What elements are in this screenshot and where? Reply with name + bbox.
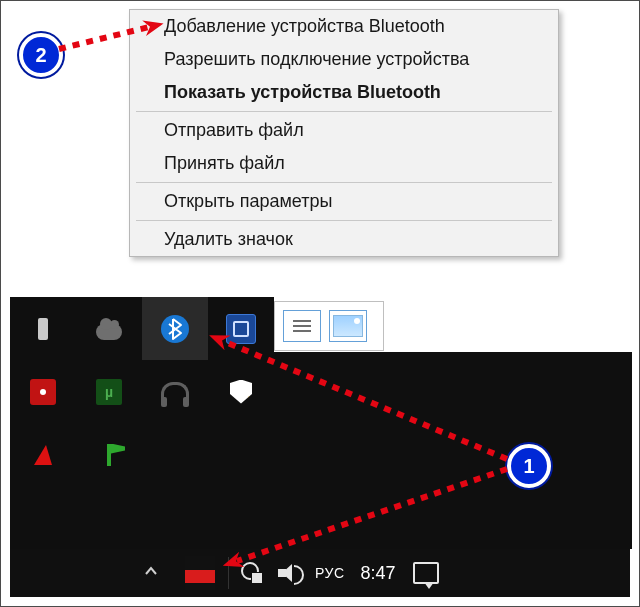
menu-separator: [136, 220, 552, 221]
tray-intel-icon[interactable]: [208, 297, 274, 360]
background-dark-area: [274, 352, 632, 549]
menu-separator: [136, 111, 552, 112]
taskbar-volume-icon[interactable]: [271, 549, 309, 597]
menu-add-bluetooth-device[interactable]: Добавление устройства Bluetooth: [130, 10, 558, 43]
menu-receive-file[interactable]: Принять файл: [130, 147, 558, 180]
annotation-badge-1: 1: [507, 444, 551, 488]
bluetooth-context-menu: Добавление устройства Bluetooth Разрешит…: [129, 9, 559, 257]
menu-open-settings[interactable]: Открыть параметры: [130, 185, 558, 218]
tray-camera-icon[interactable]: [10, 360, 76, 423]
tray-overflow-panel: µ: [10, 297, 274, 549]
tray-headphones-icon[interactable]: [142, 360, 208, 423]
window-thumb-image[interactable]: [329, 310, 367, 342]
tray-utorrent-icon[interactable]: µ: [76, 360, 142, 423]
menu-remove-icon[interactable]: Удалить значок: [130, 223, 558, 256]
window-preview-strip: [274, 301, 384, 351]
tray-onedrive-icon[interactable]: [76, 297, 142, 360]
taskbar-action-center-icon[interactable]: [406, 549, 446, 597]
taskbar-divider: [228, 557, 229, 589]
window-thumb-list[interactable]: [283, 310, 321, 342]
taskbar-language[interactable]: РУС: [309, 565, 351, 581]
taskbar: РУС 8:47: [10, 549, 630, 597]
tray-bluetooth-icon[interactable]: [142, 297, 208, 360]
tray-flag-icon[interactable]: [76, 423, 142, 486]
taskbar-app-button[interactable]: [176, 549, 224, 597]
menu-show-bluetooth-devices[interactable]: Показать устройства Bluetooth: [130, 76, 558, 109]
menu-separator: [136, 182, 552, 183]
tray-defender-icon[interactable]: [208, 360, 274, 423]
taskbar-clock[interactable]: 8:47: [351, 563, 406, 584]
taskbar-network-icon[interactable]: [233, 549, 271, 597]
tray-avast-icon[interactable]: [10, 423, 76, 486]
tray-overflow-caret-icon[interactable]: [144, 564, 158, 582]
menu-allow-device-connection[interactable]: Разрешить подключение устройства: [130, 43, 558, 76]
annotation-badge-2: 2: [19, 33, 63, 77]
menu-send-file[interactable]: Отправить файл: [130, 114, 558, 147]
tray-usb-icon[interactable]: [10, 297, 76, 360]
